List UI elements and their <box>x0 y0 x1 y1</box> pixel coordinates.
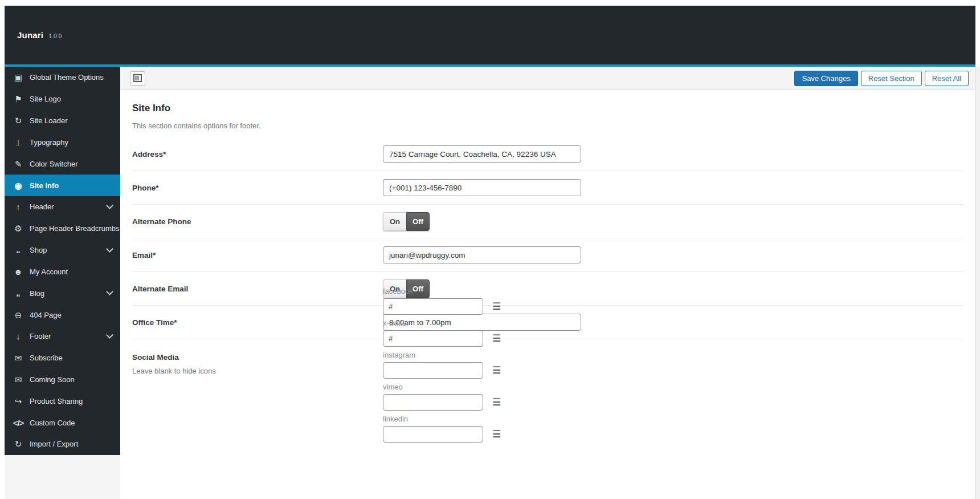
x-twitter-input[interactable] <box>383 330 483 347</box>
panel-toggle-icon <box>133 74 142 82</box>
brush-icon: ✎ <box>11 160 25 168</box>
toggle-on-option[interactable]: On <box>383 212 406 231</box>
user-icon: ☻ <box>11 267 25 276</box>
facebook-label: facebook <box>383 287 501 296</box>
toggle-off-option[interactable]: Off <box>406 212 430 231</box>
quote-icon: “ <box>11 242 25 258</box>
app-header: Junari 1.0.0 <box>5 6 975 64</box>
alternate-phone-row: Alternate Phone On Off <box>132 205 963 238</box>
save-changes-button[interactable]: Save Changes <box>794 71 858 86</box>
panel-toggle-button[interactable] <box>130 71 145 86</box>
email-input[interactable] <box>383 246 581 263</box>
sidebar-item-site-info[interactable]: ◉Site Info <box>5 175 120 196</box>
social-media-label: Social Media <box>132 353 383 362</box>
window-icon: ▣ <box>11 73 25 82</box>
sidebar-item-subscribe[interactable]: ✉Subscribe <box>5 347 120 369</box>
settings-rows: Address* Phone* Alternate Phone On Off E… <box>132 137 963 373</box>
sidebar-item-page-header-breadcrumbs[interactable]: ⚙Page Header Breadcrumbs <box>5 218 120 240</box>
alternate-email-row: Alternate Email On Off <box>132 272 963 306</box>
page-description: This section contains options for footer… <box>132 121 963 130</box>
social-field-instagram: instagram ☰ <box>383 351 501 379</box>
sidebar-item-color-switcher[interactable]: ✎Color Switcher <box>5 153 120 175</box>
office-time-row: Office Time* <box>132 306 963 339</box>
social-media-fields: facebook ☰ x-twitter ☰ <box>383 266 501 447</box>
code-icon: </> <box>11 419 25 427</box>
social-media-row: Social Media Leave blank to hide icons f… <box>132 339 963 373</box>
ban-icon: ⊖ <box>11 311 25 319</box>
alternate-phone-label: Alternate Phone <box>132 217 383 226</box>
social-field-linkedin: linkedin ☰ <box>383 415 501 443</box>
chevron-down-icon <box>106 331 113 339</box>
envelope-icon: ✉ <box>11 375 25 384</box>
drag-handle-icon[interactable]: ☰ <box>492 334 501 343</box>
facebook-input[interactable] <box>383 298 483 315</box>
reset-section-button[interactable]: Reset Section <box>861 71 922 86</box>
address-row: Address* <box>132 137 963 171</box>
content-panel: Save Changes Reset Section Reset All Sit… <box>120 67 975 499</box>
map-marker-icon: ◉ <box>11 181 25 190</box>
alternate-email-label: Alternate Email <box>132 285 383 293</box>
chevron-down-icon <box>106 245 113 253</box>
sidebar-item-site-loader[interactable]: ↻Site Loader <box>5 110 120 132</box>
vimeo-label: vimeo <box>383 383 501 392</box>
phone-label: Phone* <box>132 184 383 192</box>
drag-handle-icon[interactable]: ☰ <box>492 302 501 311</box>
alternate-phone-toggle: On Off <box>383 212 430 231</box>
arrow-down-icon: ↓ <box>11 332 25 340</box>
sidebar-item-my-account[interactable]: ☻My Account <box>5 261 120 282</box>
sidebar-item-coming-soon[interactable]: ✉Coming Soon <box>5 369 120 391</box>
sidebar-item-blog[interactable]: “Blog <box>5 282 120 304</box>
social-media-labels: Social Media Leave blank to hide icons <box>132 337 383 375</box>
office-time-label: Office Time* <box>132 318 383 327</box>
app-brand: Junari <box>17 30 43 40</box>
drag-handle-icon[interactable]: ☰ <box>492 366 501 375</box>
gear-icon: ⚙ <box>11 224 25 233</box>
share-icon: ↪ <box>11 397 25 405</box>
text-width-icon: ⌶ <box>11 138 25 147</box>
sidebar-item-custom-code[interactable]: </>Custom Code <box>5 412 120 433</box>
instagram-input[interactable] <box>383 362 483 379</box>
address-input[interactable] <box>383 145 581 163</box>
sidebar-item-header[interactable]: ↑Header <box>5 196 120 218</box>
sidebar-item-footer[interactable]: ↓Footer <box>5 326 120 347</box>
chevron-down-icon <box>106 202 113 209</box>
social-field-x-twitter: x-twitter ☰ <box>383 319 501 347</box>
linkedin-label: linkedin <box>383 415 501 424</box>
arrow-up-icon: ↑ <box>11 202 25 211</box>
flag-icon: ⚑ <box>11 95 25 103</box>
email-row: Email* <box>132 238 963 272</box>
x-twitter-label: x-twitter <box>383 319 501 328</box>
vimeo-input[interactable] <box>383 394 483 411</box>
drag-handle-icon[interactable]: ☰ <box>492 429 501 439</box>
sync-icon: ↻ <box>11 440 25 448</box>
sidebar-item-global-theme-options[interactable]: ▣Global Theme Options <box>5 67 120 88</box>
phone-row: Phone* <box>132 171 963 205</box>
address-label: Address* <box>132 150 383 159</box>
sidebar-item-site-logo[interactable]: ⚑Site Logo <box>5 88 120 110</box>
instagram-label: instagram <box>383 351 501 360</box>
reset-all-button[interactable]: Reset All <box>925 71 969 86</box>
sync-icon: ↻ <box>11 116 25 125</box>
scrollbar-track[interactable] <box>975 67 980 499</box>
sidebar-item-product-sharing[interactable]: ↪Product Sharing <box>5 390 120 412</box>
app-version: 1.0.0 <box>48 31 62 39</box>
sidebar-item-import-export[interactable]: ↻Import / Export <box>5 433 120 455</box>
social-field-facebook: facebook ☰ <box>383 287 501 315</box>
phone-input[interactable] <box>383 179 581 196</box>
drag-handle-icon[interactable]: ☰ <box>492 397 501 407</box>
toolbar: Save Changes Reset Section Reset All <box>120 67 975 90</box>
sidebar-item-typography[interactable]: ⌶Typography <box>5 131 120 153</box>
envelope-icon: ✉ <box>11 354 25 362</box>
sidebar: ▣Global Theme Options ⚑Site Logo ↻Site L… <box>5 67 120 499</box>
email-label: Email* <box>132 251 383 259</box>
quote-icon: “ <box>11 286 25 301</box>
chevron-down-icon <box>106 288 113 295</box>
sidebar-menu: ▣Global Theme Options ⚑Site Logo ↻Site L… <box>5 67 120 455</box>
page-title: Site Info <box>132 103 963 114</box>
sidebar-item-shop[interactable]: “Shop <box>5 240 120 261</box>
social-field-vimeo: vimeo ☰ <box>383 383 501 411</box>
social-media-hint: Leave blank to hide icons <box>132 367 383 375</box>
sidebar-item-404-page[interactable]: ⊖404 Page <box>5 304 120 326</box>
settings-main: Site Info This section contains options … <box>120 103 975 373</box>
linkedin-input[interactable] <box>383 426 483 443</box>
